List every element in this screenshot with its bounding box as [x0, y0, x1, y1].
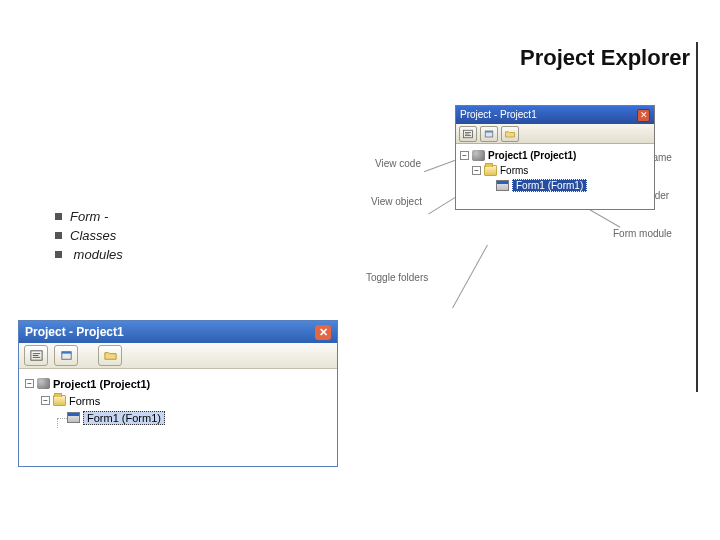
bullet-icon: [55, 213, 62, 220]
bullet-item: modules: [55, 247, 123, 262]
explorer-title-text: Project - Project1: [25, 321, 124, 343]
svg-rect-11: [61, 352, 70, 354]
tree-project-node[interactable]: − Project1 (Project1): [460, 148, 648, 163]
label-view-object: View object: [371, 196, 422, 207]
mini-tree[interactable]: − Project1 (Project1) − Forms Form1 (For…: [456, 144, 654, 209]
bullet-text: Classes: [70, 228, 116, 243]
project-icon: [37, 378, 50, 389]
tree-forms-node[interactable]: − Forms: [25, 392, 329, 409]
project-node-label: Project1 (Project1): [53, 378, 150, 390]
project-icon: [472, 150, 485, 161]
form-icon: [496, 180, 509, 191]
forms-node-label: Forms: [500, 165, 528, 176]
view-code-button[interactable]: [459, 126, 477, 142]
tree-form-node[interactable]: Form1 (Form1): [25, 409, 329, 426]
tree-forms-node[interactable]: − Forms: [460, 163, 648, 178]
label-toggle-folders: Toggle folders: [366, 272, 428, 283]
explorer-toolbar: [19, 343, 337, 369]
slide-title: Project Explorer: [520, 45, 690, 71]
explorer-tree[interactable]: − Project1 (Project1) − Forms Form1 (For…: [19, 369, 337, 466]
view-code-button[interactable]: [24, 345, 48, 366]
mini-titlebar[interactable]: Project - Project1 ✕: [456, 106, 654, 124]
annotated-explorer-diagram: View code View object Toggle folders Pro…: [380, 100, 710, 320]
toggle-folders-button[interactable]: [501, 126, 519, 142]
view-object-button[interactable]: [480, 126, 498, 142]
mini-project-explorer: Project - Project1 ✕ − Project1 (Project…: [455, 105, 655, 210]
form-node-label: Form1 (Form1): [512, 179, 587, 192]
form-node-label: Form1 (Form1): [83, 411, 165, 425]
mini-title-text: Project - Project1: [460, 106, 537, 124]
label-view-code: View code: [375, 158, 421, 169]
folder-icon: [484, 165, 497, 176]
collapse-icon[interactable]: −: [25, 379, 34, 388]
bullet-text: Form -: [70, 209, 108, 224]
bullet-icon: [55, 232, 62, 239]
folder-icon: [53, 395, 66, 406]
explorer-titlebar[interactable]: Project - Project1 ✕: [19, 321, 337, 343]
collapse-icon[interactable]: −: [41, 396, 50, 405]
bullet-text: modules: [70, 247, 123, 262]
collapse-icon[interactable]: −: [472, 166, 481, 175]
project-node-label: Project1 (Project1): [488, 150, 576, 161]
close-icon[interactable]: ✕: [637, 109, 650, 122]
toggle-folders-button[interactable]: [98, 345, 122, 366]
bullet-item: Form -: [55, 209, 123, 224]
svg-rect-5: [485, 131, 493, 133]
bullet-list: Form - Classes modules: [55, 205, 123, 266]
forms-node-label: Forms: [69, 395, 100, 407]
label-form-module: Form module: [613, 228, 672, 239]
tree-form-node[interactable]: Form1 (Form1): [460, 178, 648, 193]
bullet-icon: [55, 251, 62, 258]
tree-project-node[interactable]: − Project1 (Project1): [25, 375, 329, 392]
mini-toolbar: [456, 124, 654, 144]
bullet-item: Classes: [55, 228, 123, 243]
collapse-icon[interactable]: −: [460, 151, 469, 160]
close-icon[interactable]: ✕: [315, 325, 331, 340]
form-icon: [67, 412, 80, 423]
view-object-button[interactable]: [54, 345, 78, 366]
project-explorer-window: Project - Project1 ✕ − Project1 (Project…: [18, 320, 338, 467]
